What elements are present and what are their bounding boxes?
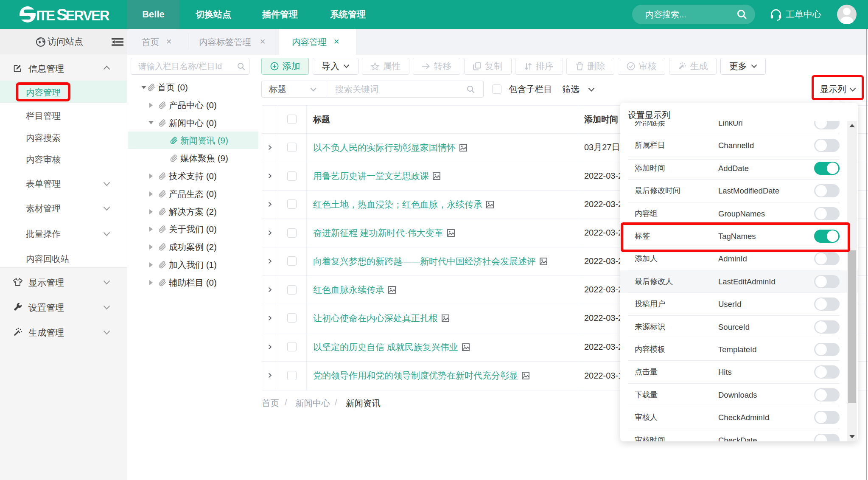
svg-text:ITE: ITE — [36, 8, 55, 23]
svg-text:ERVER: ERVER — [66, 8, 110, 23]
